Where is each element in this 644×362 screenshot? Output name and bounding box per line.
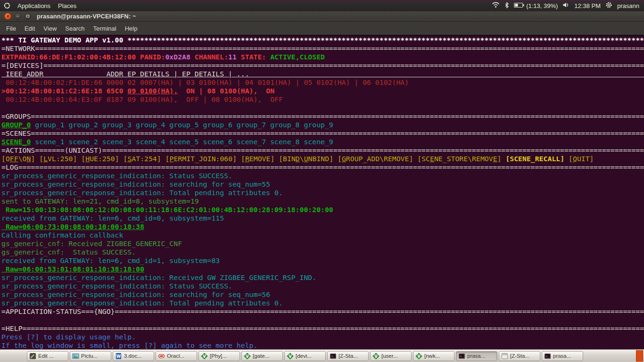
maximize-button[interactable] [24, 13, 31, 20]
volume-indicator[interactable] [562, 2, 570, 9]
menu-help[interactable]: Help [121, 23, 142, 34]
terminal-line: sr_process_generic_response_indication: … [1, 299, 644, 307]
terminal-line: =SCENES=================================… [1, 129, 644, 138]
terminal-line: [OFF\ON] [LVL:250] [HUE:250] [SAT:254] [… [1, 155, 644, 163]
terminal-menubar: File Edit View Search Terminal Help [0, 22, 644, 35]
gvim-icon: V [201, 353, 208, 360]
terminal-icon: >_ [330, 353, 337, 360]
terminal-line [1, 104, 644, 112]
svg-text:V: V [246, 354, 249, 358]
svg-text:>_: >_ [460, 354, 463, 358]
pictures-icon [72, 353, 79, 360]
terminal-line: Raw=06:00:73:00:08:00:10:00:18:38 [1, 222, 644, 231]
user-menu[interactable]: prasann [617, 2, 639, 9]
taskbar-item[interactable]: V[devi... [284, 351, 326, 361]
svg-text:>_: >_ [331, 354, 335, 358]
gear-icon [605, 1, 612, 10]
alert-indicator[interactable] [636, 350, 643, 362]
terminal-line: sr_process_generic_response_indication: … [1, 189, 644, 197]
svg-text:>_: >_ [546, 354, 549, 358]
minimize-button[interactable]: − [14, 13, 21, 20]
clock-indicator[interactable]: 12:38 PM [574, 2, 601, 9]
svg-text:V: V [203, 354, 206, 358]
svg-text:V: V [417, 354, 421, 358]
taskbar-item[interactable]: Pictu... [70, 351, 111, 361]
menu-search[interactable]: Search [61, 23, 89, 34]
text-editor-icon [29, 353, 36, 360]
terminal-line: Raw=06:00:53:01:08:01:10:38:18:00 [1, 265, 644, 273]
close-button[interactable]: × [4, 13, 11, 20]
battery-indicator[interactable]: (1:13, 39%) [514, 2, 558, 9]
terminal-line: =LOG====================================… [1, 163, 644, 172]
taskbar-item-label: [Phy[... [210, 353, 227, 359]
terminal-line: sr_process_generic_response_indication: … [1, 290, 644, 299]
terminal-line: *** TI GATEWAY DEMO APP v1.00 **********… [1, 36, 644, 44]
taskbar-item-label: prasa... [553, 353, 571, 359]
ubuntu-logo-icon[interactable] [3, 2, 11, 9]
window-icon [501, 353, 508, 360]
taskbar-item[interactable]: >_prasa... [456, 351, 497, 361]
oracle-icon [158, 353, 165, 360]
taskbar-item[interactable]: W3.doc... [113, 351, 154, 361]
terminal-line: received from GATEWAY: len=6, cmd_id=1, … [1, 256, 644, 265]
svg-text:V: V [289, 354, 292, 358]
titlebar[interactable]: × − prasann@prasann-VPCEH38FN: ~ [0, 11, 644, 22]
battery-status-text: (1:13, 39%) [526, 2, 558, 9]
terminal-line: sr_process_generic_response_indication: … [1, 180, 644, 189]
taskbar-item[interactable]: V[Phy[... [198, 351, 240, 361]
taskbar-item[interactable]: V[gate... [241, 351, 283, 361]
terminal-line: IEEE_ADDR ADDR EP DETAILS | EP DETAILS |… [1, 70, 644, 78]
svg-text:V: V [374, 354, 378, 358]
svg-text:W: W [116, 354, 121, 358]
taskbar-item-label: Pictu... [81, 353, 98, 359]
bluetooth-indicator[interactable] [504, 2, 509, 10]
terminal-line: received from GATEWAY: len=6, cmd_id=0, … [1, 214, 644, 222]
terminal-line: If the log window is small, press [?] ag… [1, 341, 644, 349]
terminal-line: SCENE_0 scene_1 scene_2 scene_3 scene_4 … [1, 138, 644, 146]
battery-icon [514, 2, 524, 9]
terminal-line: EXTPANID:66:DE:F1:02:00:4B:12:00 PANID:0… [1, 53, 644, 61]
taskbar-item[interactable]: V[nwk... [413, 351, 454, 361]
window-title: prasann@prasann-VPCEH38FN: ~ [37, 13, 136, 20]
terminal-body[interactable]: *** TI GATEWAY DEMO APP v1.00 **********… [0, 35, 644, 349]
menu-edit[interactable]: Edit [20, 23, 39, 34]
menu-file[interactable]: File [2, 23, 20, 34]
terminal-line: Calling confirmation callback [1, 231, 644, 239]
taskbar: Edit ...Pictu...W3.doc...Oracl...V[Phy[.… [0, 349, 644, 362]
taskbar-items: Edit ...Pictu...W3.doc...Oracl...V[Phy[.… [0, 350, 644, 362]
gvim-icon: V [372, 353, 380, 360]
taskbar-item[interactable]: V[user... [370, 351, 412, 361]
terminal-line: Press [?] to display usage help. [1, 333, 644, 341]
terminal-line [1, 316, 644, 324]
menu-view[interactable]: View [39, 23, 61, 34]
terminal-line: sr_process_generic_response_indication: … [1, 172, 644, 180]
terminal-line: =APPLICATION-STATUS==={NGO}=============… [1, 307, 644, 316]
terminal-icon: >_ [458, 353, 465, 360]
bluetooth-icon [504, 2, 509, 10]
terminal-line: =ACTIONS=======(UNICAST)================… [1, 146, 644, 155]
terminal-line: sr_process_generic_response_indication: … [1, 273, 644, 282]
taskbar-item[interactable]: [Z-Sta... [499, 351, 540, 361]
taskbar-item[interactable]: >_prasa... [542, 351, 583, 361]
window-buttons: × − [4, 13, 31, 20]
session-indicator[interactable] [605, 1, 612, 10]
taskbar-item[interactable]: Oracl... [156, 351, 197, 361]
volume-icon [562, 2, 570, 9]
taskbar-item-label: [Z-Sta... [339, 353, 358, 359]
terminal-line: =NETWORK================================… [1, 44, 644, 53]
terminal-window: × − prasann@prasann-VPCEH38FN: ~ File Ed… [0, 11, 644, 349]
terminal-line: 00:12:4B:00:01:64:E3:0F 0187 09 0100(HA)… [1, 95, 644, 104]
places-menu[interactable]: Places [57, 2, 77, 9]
gvim-icon: V [287, 353, 294, 360]
terminal-line: Raw=15:00:13:08:08:08:12:0D:08:00:11:18:… [1, 206, 644, 214]
terminal-icon: >_ [544, 353, 551, 360]
taskbar-item-label: prasa... [467, 353, 485, 359]
gvim-icon: V [244, 353, 251, 360]
taskbar-item[interactable]: Edit ... [27, 351, 68, 361]
wifi-indicator[interactable] [492, 2, 500, 9]
username-text: prasann [617, 2, 639, 9]
applications-menu[interactable]: Applications [17, 2, 51, 9]
menu-terminal[interactable]: Terminal [89, 23, 121, 34]
taskbar-item[interactable]: >_[Z-Sta... [327, 351, 369, 361]
terminal-line: GROUP_0 group_1 group_2 group_3 group_4 … [1, 121, 644, 129]
